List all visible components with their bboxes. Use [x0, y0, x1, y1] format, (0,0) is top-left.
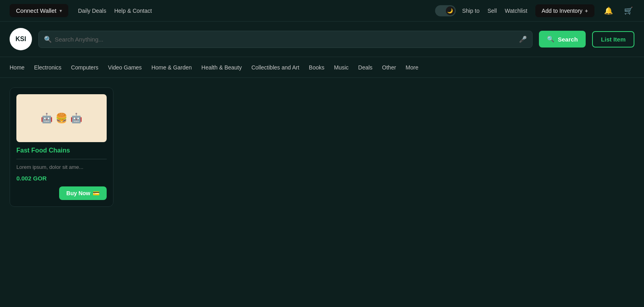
search-icon: 🔍 [44, 36, 52, 43]
nav-computers[interactable]: Computers [71, 64, 98, 71]
top-nav: Connect Wallet ▾ Daily Deals Help & Cont… [0, 0, 644, 22]
product-image-inner: 🤖 🍔 🤖 [16, 94, 107, 142]
daily-deals-link[interactable]: Daily Deals [78, 8, 106, 14]
product-divider [16, 159, 107, 159]
list-item-label: List Item [601, 36, 626, 43]
nav-health-beauty[interactable]: Health & Beauty [201, 64, 242, 71]
plus-icon: + [585, 8, 588, 14]
main-content: 🤖 🍔 🤖 Fast Food Chains Lorem ipsum, dolo… [0, 78, 644, 216]
search-bar-wrapper: 🔍 🎤 [38, 31, 533, 48]
top-nav-right: Ship to Sell Watchlist Add to Inventory … [462, 4, 634, 17]
theme-toggle[interactable]: 🌙 [435, 5, 456, 16]
ship-to-link[interactable]: Ship to [462, 8, 480, 14]
buy-now-button[interactable]: Buy Now 💳 [59, 186, 107, 200]
notifications-button[interactable]: 🔔 [602, 5, 614, 17]
nav-music[interactable]: Music [334, 64, 349, 71]
search-button[interactable]: 🔍 Search [539, 31, 586, 48]
nav-electronics[interactable]: Electronics [34, 64, 61, 71]
list-item-button[interactable]: List Item [592, 31, 634, 48]
wallet-icon: 💳 [93, 190, 99, 196]
nav-more[interactable]: More [405, 64, 418, 71]
nav-home[interactable]: Home [10, 64, 24, 71]
product-currency: GOR [33, 175, 47, 182]
product-description: Lorem ipsum, dolor sit ame... [16, 164, 107, 170]
mic-icon[interactable]: 🎤 [519, 36, 527, 43]
product-title: Fast Food Chains [16, 147, 107, 154]
search-input[interactable] [38, 31, 533, 48]
nav-home-garden[interactable]: Home & Garden [151, 64, 192, 71]
nav-video-games[interactable]: Video Games [108, 64, 142, 71]
product-price-value: 0.002 [16, 175, 32, 182]
product-image: 🤖 🍔 🤖 [16, 94, 107, 142]
nav-other[interactable]: Other [382, 64, 396, 71]
watchlist-link[interactable]: Watchlist [505, 8, 527, 14]
cart-button[interactable]: 🛒 [622, 5, 634, 17]
nav-collectibles-art[interactable]: Collectibles and Art [251, 64, 299, 71]
add-to-inventory-label: Add to Inventory [542, 8, 582, 14]
nav-books[interactable]: Books [309, 64, 324, 71]
help-contact-link[interactable]: Help & Contact [114, 8, 152, 14]
nav-links: Daily Deals Help & Contact [78, 8, 152, 14]
moon-icon: 🌙 [447, 8, 453, 14]
logo: KSI [10, 28, 32, 50]
search-icon-btn: 🔍 [547, 36, 555, 43]
chevron-down-icon: ▾ [60, 8, 62, 14]
connect-wallet-label: Connect Wallet [16, 7, 56, 14]
search-button-label: Search [558, 36, 578, 43]
buy-now-label: Buy Now [66, 190, 90, 196]
category-nav: Home Electronics Computers Video Games H… [0, 57, 644, 78]
add-to-inventory-button[interactable]: Add to Inventory + [535, 4, 594, 17]
sell-link[interactable]: Sell [487, 8, 497, 14]
logo-text: KSI [16, 36, 26, 43]
search-row: KSI 🔍 🎤 🔍 Search List Item [0, 22, 644, 57]
theme-toggle-knob: 🌙 [446, 6, 455, 15]
product-price: 0.002 GOR [16, 175, 107, 182]
connect-wallet-button[interactable]: Connect Wallet ▾ [10, 4, 68, 17]
nav-deals[interactable]: Deals [358, 64, 373, 71]
product-card: 🤖 🍔 🤖 Fast Food Chains Lorem ipsum, dolo… [10, 87, 113, 207]
